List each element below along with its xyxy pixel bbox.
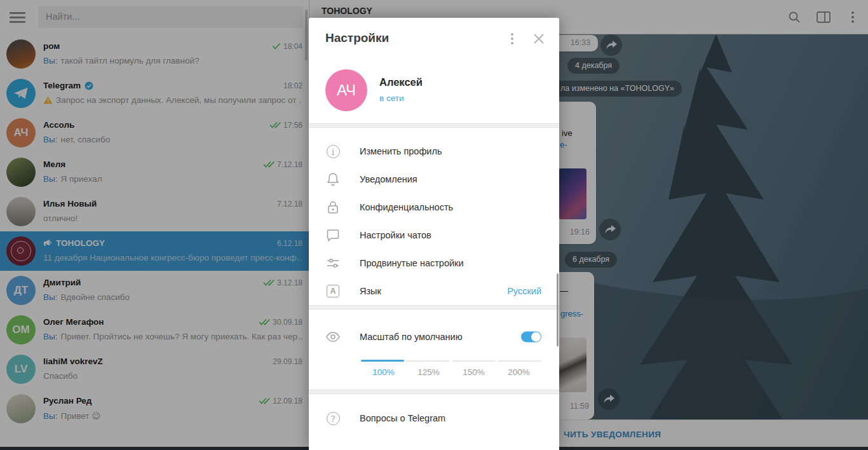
- scale-option-100[interactable]: 100%: [361, 367, 406, 377]
- profile-avatar[interactable]: АЧ: [325, 69, 367, 111]
- scale-option-125[interactable]: 125%: [406, 367, 451, 377]
- section-divider: [309, 390, 559, 394]
- settings-modal: Настройки АЧ Алексей в сети i Изменить п…: [309, 18, 559, 450]
- eye-icon: [326, 332, 340, 342]
- settings-title: Настройки: [325, 31, 389, 45]
- scale-option-150[interactable]: 150%: [451, 367, 496, 377]
- close-icon[interactable]: [531, 31, 547, 46]
- language-icon: A: [327, 285, 339, 297]
- settings-menu-icon[interactable]: [505, 31, 519, 46]
- scale-option-200[interactable]: 200%: [496, 367, 541, 377]
- menu-item-language[interactable]: A Язык Русский: [309, 277, 559, 305]
- section-divider: [309, 123, 559, 128]
- menu-item-ask-question[interactable]: Задать вопрос: [309, 432, 559, 450]
- question-icon: ?: [327, 412, 340, 425]
- section-divider: [309, 305, 559, 310]
- modal-scrollbar[interactable]: [557, 273, 559, 346]
- info-icon: i: [327, 145, 340, 158]
- language-value[interactable]: Русский: [507, 286, 541, 296]
- scale-options: 100% 125% 150% 200%: [361, 367, 541, 377]
- bell-icon: [327, 172, 339, 186]
- menu-item-notifications[interactable]: Уведомления: [309, 165, 559, 193]
- chat-bubble-icon: [327, 229, 339, 242]
- default-scale-row: Масштаб по умолчанию: [309, 323, 559, 351]
- scale-slider[interactable]: [361, 360, 541, 362]
- menu-item-privacy[interactable]: Конфиденциальность: [309, 193, 559, 221]
- telegram-window: Найти... ром 18:04 Вы:такой тайтл нормул…: [0, 0, 868, 450]
- menu-item-faq[interactable]: ? Вопросы о Telegram: [309, 404, 559, 432]
- scale-toggle[interactable]: [521, 332, 541, 343]
- profile-status: в сети: [379, 93, 403, 103]
- lock-icon: [327, 200, 339, 214]
- menu-item-chat-settings[interactable]: Настройки чатов: [309, 221, 559, 249]
- menu-item-edit-profile[interactable]: i Изменить профиль: [309, 137, 559, 165]
- profile-name: Алексей: [379, 76, 423, 88]
- menu-item-advanced-settings[interactable]: Продвинутые настройки: [309, 249, 559, 277]
- sliders-icon: [327, 257, 339, 269]
